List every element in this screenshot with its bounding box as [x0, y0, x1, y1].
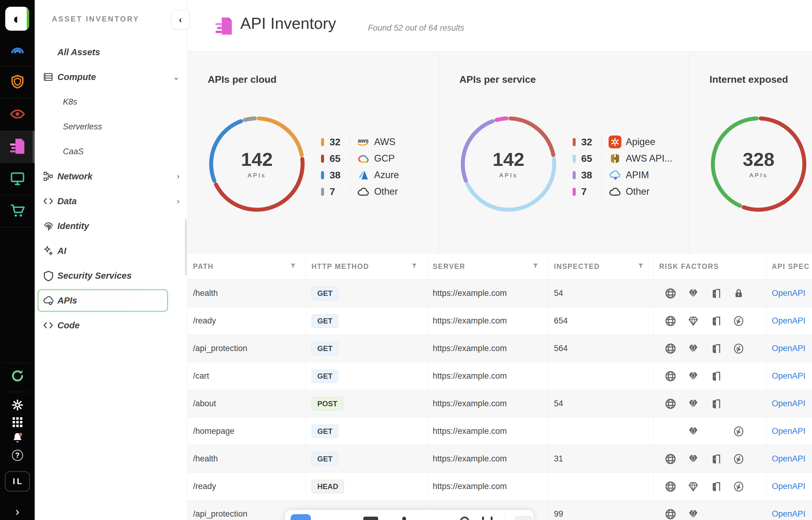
openapi-link[interactable]: OpenAPI: [772, 399, 806, 408]
rail-item-workloads[interactable]: [0, 163, 35, 195]
openapi-link[interactable]: OpenAPI: [772, 344, 806, 353]
sidebar-collapse-button[interactable]: ‹: [171, 10, 190, 29]
risk-gem-icon[interactable]: [682, 425, 705, 438]
filter-funnel-icon[interactable]: [532, 262, 539, 271]
risk-globe-icon[interactable]: [659, 398, 682, 410]
risk-gem-icon[interactable]: [682, 508, 705, 520]
openapi-link[interactable]: OpenAPI: [772, 426, 806, 436]
rail-item-help[interactable]: ?: [0, 448, 35, 462]
risk-door-icon[interactable]: [705, 480, 727, 493]
risk-gem-icon[interactable]: [682, 287, 705, 300]
rail-item-sync[interactable]: [0, 369, 35, 384]
openapi-link[interactable]: OpenAPI: [772, 482, 806, 491]
sidebar-item-caas[interactable]: CaaS: [35, 139, 188, 164]
filter-funnel-icon[interactable]: [411, 262, 418, 271]
table-row[interactable]: /readyHEADhttps://example.comOpenAPI: [188, 473, 812, 500]
filter-funnel-icon[interactable]: [290, 262, 296, 271]
sidebar-item-data[interactable]: Data›: [35, 189, 188, 214]
app-logo[interactable]: ◐: [5, 7, 29, 31]
risk-owasp-icon[interactable]: [727, 315, 750, 327]
risk-gem-outline-icon[interactable]: [682, 480, 705, 493]
toolbar-circle-icon[interactable]: [460, 517, 469, 520]
table-row[interactable]: /healthGEThttps://example.com31OpenAPI: [188, 445, 812, 473]
sidebar-item-network[interactable]: Network›: [35, 164, 188, 189]
toolbar-arrows-icon[interactable]: [482, 517, 493, 520]
risk-globe-icon[interactable]: [659, 453, 682, 465]
rail-item-notifications[interactable]: [0, 432, 35, 446]
risk-door-icon[interactable]: [705, 398, 727, 410]
rail-item-detection[interactable]: [0, 99, 35, 131]
risk-globe-icon[interactable]: [659, 370, 682, 382]
sidebar-item-compute[interactable]: Compute⌄: [35, 65, 188, 89]
sidebar-item-identity[interactable]: Identity: [35, 214, 188, 238]
column-header-risk-factors[interactable]: RISK FACTORS: [654, 254, 766, 280]
risk-gem-icon[interactable]: [682, 370, 705, 382]
toolbar-bar-icon[interactable]: [363, 517, 378, 520]
sidebar-item-serverless[interactable]: Serverless: [35, 114, 188, 139]
risk-gem-icon[interactable]: [682, 398, 705, 410]
sidebar-scrollbar[interactable]: [185, 219, 187, 275]
table-row[interactable]: /homepageGEThttps://example.comOpenAPI: [188, 418, 812, 445]
sidebar-item-security-services[interactable]: Security Services: [35, 263, 188, 288]
chevron-right-icon[interactable]: ›: [177, 197, 179, 206]
risk-owasp-icon[interactable]: [727, 480, 750, 493]
chevron-down-icon[interactable]: ⌄: [173, 72, 179, 82]
toolbar-primary-button[interactable]: [291, 514, 311, 520]
donut-chart[interactable]: 142 APIs: [208, 115, 306, 213]
cell-api-spec: OpenAPI: [766, 280, 812, 307]
risk-globe-icon[interactable]: [659, 315, 682, 327]
column-header-api-spec[interactable]: API SPEC: [766, 254, 812, 280]
risk-door-icon[interactable]: [705, 315, 727, 327]
avatar[interactable]: IL: [5, 471, 30, 492]
openapi-link[interactable]: OpenAPI: [772, 316, 806, 326]
sidebar-item-k8s[interactable]: K8s: [35, 89, 188, 114]
table-row[interactable]: /api_protectionGEThttps://example.com564…: [188, 335, 812, 362]
risk-door-icon[interactable]: [705, 342, 727, 355]
sidebar-item-code[interactable]: Code: [35, 313, 188, 338]
risk-door-icon[interactable]: [705, 453, 727, 465]
risk-door-icon[interactable]: [705, 287, 727, 300]
rail-item-marketplace[interactable]: [0, 195, 35, 228]
donut-chart[interactable]: 328 APIs: [710, 115, 808, 213]
table-row[interactable]: /healthGEThttps://example.com54OpenAPI: [188, 280, 812, 307]
column-header-inspected[interactable]: INSPECTED: [548, 254, 654, 280]
risk-owasp-icon[interactable]: [727, 425, 750, 438]
rail-item-protection[interactable]: [0, 67, 35, 99]
openapi-link[interactable]: OpenAPI: [772, 371, 806, 381]
risk-globe-icon[interactable]: [659, 480, 682, 493]
table-row[interactable]: /cartGEThttps://example.comOpenAPI: [188, 362, 812, 390]
risk-globe-icon[interactable]: [659, 508, 682, 520]
risk-globe-icon[interactable]: [659, 287, 682, 300]
filter-funnel-icon[interactable]: [637, 262, 644, 271]
openapi-link[interactable]: OpenAPI: [772, 288, 806, 298]
risk-owasp-icon[interactable]: [727, 342, 750, 355]
sidebar-item-ai[interactable]: AI: [35, 238, 188, 263]
table-row[interactable]: /readyGEThttps://example.com654OpenAPI: [188, 307, 812, 335]
sidebar-item-apis[interactable]: APIs: [35, 288, 188, 313]
risk-lock-icon[interactable]: [727, 287, 750, 300]
rail-item-api-inventory[interactable]: [0, 131, 35, 163]
chevron-right-icon[interactable]: ›: [177, 172, 179, 181]
openapi-link[interactable]: OpenAPI: [772, 454, 806, 464]
risk-door-icon[interactable]: [705, 370, 727, 382]
expand-rail-chevron-icon[interactable]: ›: [0, 505, 35, 518]
risk-globe-icon[interactable]: [659, 342, 682, 355]
risk-gem-icon[interactable]: [682, 453, 705, 465]
rail-item-settings[interactable]: [0, 398, 35, 413]
donut-chart[interactable]: 142 APIs: [460, 115, 558, 213]
table-row[interactable]: /aboutPOSThttps://example.com54OpenAPI: [188, 390, 812, 418]
risk-gem-outline-icon[interactable]: [682, 315, 705, 327]
openapi-link[interactable]: OpenAPI: [772, 509, 806, 519]
rail-item-observability[interactable]: [0, 34, 35, 67]
sidebar-item-all-assets[interactable]: All Assets: [35, 40, 188, 65]
column-header-path[interactable]: PATH: [188, 254, 306, 280]
rail-item-apps[interactable]: [0, 415, 35, 429]
cell-inspected: 99: [548, 500, 654, 520]
toolbar-dot-icon[interactable]: [402, 517, 406, 520]
risk-owasp-icon[interactable]: [727, 453, 750, 465]
column-header-http-method[interactable]: HTTP METHOD: [306, 254, 427, 280]
legend-value: 32: [581, 136, 601, 148]
column-header-server[interactable]: SERVER: [427, 254, 548, 280]
risk-gem-icon[interactable]: [682, 342, 705, 355]
toolbar-secondary-button[interactable]: [515, 516, 533, 520]
